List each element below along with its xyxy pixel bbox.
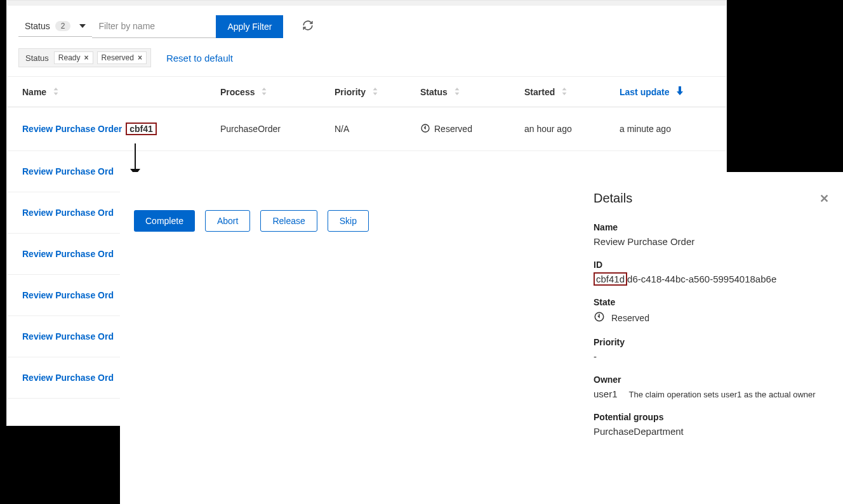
chips-group-label: Status xyxy=(25,53,49,63)
table-row[interactable]: Review Purchase Order cbf41 PurchaseOrde… xyxy=(7,107,726,151)
filter-bar: Status 2 Apply Filter xyxy=(7,1,726,46)
reset-filters-link[interactable]: Reset to default xyxy=(166,53,233,63)
cell-status-text: Reserved xyxy=(434,124,472,134)
details-name-value: Review Purchase Order xyxy=(594,236,829,247)
details-owner-value: user1 xyxy=(594,388,618,399)
cell-priority: N/A xyxy=(328,107,414,150)
filter-name-input[interactable] xyxy=(92,15,216,38)
details-priority-value: - xyxy=(594,351,829,362)
status-filter-count: 2 xyxy=(55,21,71,31)
chevron-down-icon xyxy=(79,24,86,28)
details-id-rest: d6-c418-44bc-a560-59954018ab6e xyxy=(627,274,776,284)
details-state-value: Reserved xyxy=(594,311,829,324)
reserved-icon xyxy=(594,311,605,324)
col-name[interactable]: Name xyxy=(7,77,214,107)
cell-last-update: a minute ago xyxy=(613,107,726,150)
chip-reserved[interactable]: Reserved × xyxy=(97,51,147,64)
sort-desc-icon xyxy=(676,86,684,97)
sort-icon xyxy=(372,87,378,97)
details-id-value: cbf41dd6-c418-44bc-a560-59954018ab6e xyxy=(594,274,829,284)
chip-ready[interactable]: Ready × xyxy=(54,51,93,64)
details-state-text: Reserved xyxy=(611,313,649,323)
details-groups-value: PurchaseDepartment xyxy=(594,426,829,437)
cell-status: Reserved xyxy=(414,107,518,150)
complete-button[interactable]: Complete xyxy=(134,210,195,232)
task-link[interactable]: Review Purchase Order xyxy=(22,124,122,134)
cell-process: PurchaseOrder xyxy=(214,107,328,150)
col-started[interactable]: Started xyxy=(518,77,613,107)
task-detail-panel: Complete Abort Release Skip Details ✕ Na… xyxy=(120,172,843,504)
highlight-id-fragment: cbf41 xyxy=(126,123,157,135)
details-state-label: State xyxy=(594,297,829,307)
release-button[interactable]: Release xyxy=(260,210,317,232)
sort-icon xyxy=(561,87,568,97)
status-filter-label: Status xyxy=(25,21,50,31)
active-filters-row: Status Ready × Reserved × Reset to defau… xyxy=(7,46,726,76)
close-icon[interactable]: ✕ xyxy=(820,192,829,206)
col-status[interactable]: Status xyxy=(414,77,518,107)
details-sidebar: Details ✕ Name Review Purchase Order ID … xyxy=(572,172,843,504)
sort-icon xyxy=(53,87,59,97)
table-header: Name Process Priority Status Started Las… xyxy=(7,76,726,107)
annotation-arrow xyxy=(130,143,140,175)
cell-started: an hour ago xyxy=(518,107,613,150)
details-title: Details xyxy=(594,191,632,206)
col-last-update[interactable]: Last update xyxy=(613,77,726,107)
details-owner-label: Owner xyxy=(594,375,829,385)
refresh-icon[interactable] xyxy=(302,20,314,33)
details-groups-label: Potential groups xyxy=(594,412,829,422)
highlight-id-fragment: cbf41d xyxy=(594,272,627,286)
chip-label: Reserved xyxy=(102,53,134,62)
sort-icon xyxy=(261,87,267,97)
apply-filter-button[interactable]: Apply Filter xyxy=(216,15,283,38)
abort-button[interactable]: Abort xyxy=(205,210,250,232)
status-filter-dropdown[interactable]: Status 2 xyxy=(18,16,92,37)
close-icon[interactable]: × xyxy=(84,53,89,62)
reserved-icon xyxy=(420,123,430,135)
details-priority-label: Priority xyxy=(594,337,829,347)
annotation-text: The claim operation sets user1 as the ac… xyxy=(629,390,816,399)
chip-label: Ready xyxy=(58,53,81,62)
details-name-label: Name xyxy=(594,222,829,232)
skip-button[interactable]: Skip xyxy=(328,210,369,232)
col-priority[interactable]: Priority xyxy=(328,77,414,107)
status-chips-group: Status Ready × Reserved × xyxy=(18,48,151,67)
sort-icon xyxy=(454,87,460,97)
close-icon[interactable]: × xyxy=(138,53,142,62)
cell-name[interactable]: Review Purchase Order cbf41 xyxy=(7,107,214,150)
col-process[interactable]: Process xyxy=(214,77,328,107)
details-id-label: ID xyxy=(594,260,829,270)
